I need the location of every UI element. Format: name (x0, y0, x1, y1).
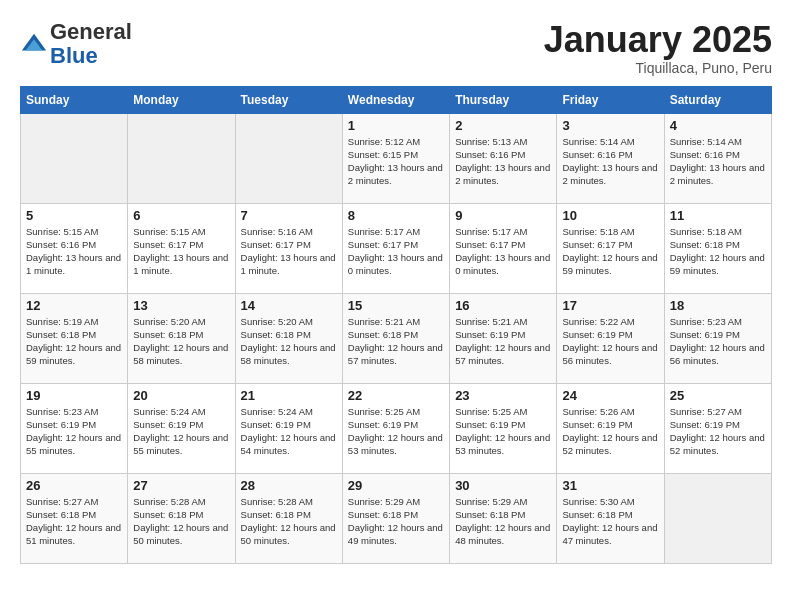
column-header-tuesday: Tuesday (235, 86, 342, 113)
calendar-week-row: 19Sunrise: 5:23 AMSunset: 6:19 PMDayligh… (21, 383, 772, 473)
calendar-cell: 5Sunrise: 5:15 AMSunset: 6:16 PMDaylight… (21, 203, 128, 293)
calendar-cell: 12Sunrise: 5:19 AMSunset: 6:18 PMDayligh… (21, 293, 128, 383)
calendar-cell: 27Sunrise: 5:28 AMSunset: 6:18 PMDayligh… (128, 473, 235, 563)
calendar-cell: 14Sunrise: 5:20 AMSunset: 6:18 PMDayligh… (235, 293, 342, 383)
logo: General Blue (20, 20, 132, 68)
calendar-week-row: 5Sunrise: 5:15 AMSunset: 6:16 PMDaylight… (21, 203, 772, 293)
calendar-cell: 25Sunrise: 5:27 AMSunset: 6:19 PMDayligh… (664, 383, 771, 473)
calendar-cell: 29Sunrise: 5:29 AMSunset: 6:18 PMDayligh… (342, 473, 449, 563)
day-info: Sunrise: 5:18 AMSunset: 6:18 PMDaylight:… (670, 225, 766, 278)
calendar-cell: 4Sunrise: 5:14 AMSunset: 6:16 PMDaylight… (664, 113, 771, 203)
column-header-thursday: Thursday (450, 86, 557, 113)
calendar-cell: 30Sunrise: 5:29 AMSunset: 6:18 PMDayligh… (450, 473, 557, 563)
calendar-cell: 24Sunrise: 5:26 AMSunset: 6:19 PMDayligh… (557, 383, 664, 473)
day-number: 3 (562, 118, 658, 133)
column-header-sunday: Sunday (21, 86, 128, 113)
logo-blue: Blue (50, 43, 98, 68)
calendar-cell: 16Sunrise: 5:21 AMSunset: 6:19 PMDayligh… (450, 293, 557, 383)
calendar-cell: 19Sunrise: 5:23 AMSunset: 6:19 PMDayligh… (21, 383, 128, 473)
day-info: Sunrise: 5:24 AMSunset: 6:19 PMDaylight:… (133, 405, 229, 458)
day-info: Sunrise: 5:23 AMSunset: 6:19 PMDaylight:… (26, 405, 122, 458)
day-info: Sunrise: 5:27 AMSunset: 6:18 PMDaylight:… (26, 495, 122, 548)
day-number: 13 (133, 298, 229, 313)
title-block: January 2025 Tiquillaca, Puno, Peru (544, 20, 772, 76)
day-info: Sunrise: 5:15 AMSunset: 6:16 PMDaylight:… (26, 225, 122, 278)
calendar-cell: 2Sunrise: 5:13 AMSunset: 6:16 PMDaylight… (450, 113, 557, 203)
calendar-cell: 3Sunrise: 5:14 AMSunset: 6:16 PMDaylight… (557, 113, 664, 203)
day-number: 25 (670, 388, 766, 403)
day-number: 27 (133, 478, 229, 493)
day-number: 4 (670, 118, 766, 133)
day-info: Sunrise: 5:18 AMSunset: 6:17 PMDaylight:… (562, 225, 658, 278)
day-info: Sunrise: 5:28 AMSunset: 6:18 PMDaylight:… (241, 495, 337, 548)
day-number: 21 (241, 388, 337, 403)
calendar-cell (128, 113, 235, 203)
calendar-cell: 1Sunrise: 5:12 AMSunset: 6:15 PMDaylight… (342, 113, 449, 203)
calendar-cell (235, 113, 342, 203)
day-info: Sunrise: 5:23 AMSunset: 6:19 PMDaylight:… (670, 315, 766, 368)
calendar-cell: 20Sunrise: 5:24 AMSunset: 6:19 PMDayligh… (128, 383, 235, 473)
day-number: 30 (455, 478, 551, 493)
day-info: Sunrise: 5:20 AMSunset: 6:18 PMDaylight:… (133, 315, 229, 368)
calendar-cell: 28Sunrise: 5:28 AMSunset: 6:18 PMDayligh… (235, 473, 342, 563)
day-number: 17 (562, 298, 658, 313)
calendar-cell: 17Sunrise: 5:22 AMSunset: 6:19 PMDayligh… (557, 293, 664, 383)
day-info: Sunrise: 5:27 AMSunset: 6:19 PMDaylight:… (670, 405, 766, 458)
logo-general: General (50, 19, 132, 44)
day-number: 19 (26, 388, 122, 403)
day-number: 2 (455, 118, 551, 133)
calendar-cell (21, 113, 128, 203)
calendar-cell: 31Sunrise: 5:30 AMSunset: 6:18 PMDayligh… (557, 473, 664, 563)
month-title: January 2025 (544, 20, 772, 60)
calendar-cell: 7Sunrise: 5:16 AMSunset: 6:17 PMDaylight… (235, 203, 342, 293)
calendar-cell: 10Sunrise: 5:18 AMSunset: 6:17 PMDayligh… (557, 203, 664, 293)
day-number: 23 (455, 388, 551, 403)
day-info: Sunrise: 5:19 AMSunset: 6:18 PMDaylight:… (26, 315, 122, 368)
calendar-cell: 8Sunrise: 5:17 AMSunset: 6:17 PMDaylight… (342, 203, 449, 293)
day-number: 8 (348, 208, 444, 223)
day-info: Sunrise: 5:17 AMSunset: 6:17 PMDaylight:… (455, 225, 551, 278)
day-info: Sunrise: 5:22 AMSunset: 6:19 PMDaylight:… (562, 315, 658, 368)
day-info: Sunrise: 5:14 AMSunset: 6:16 PMDaylight:… (670, 135, 766, 188)
day-info: Sunrise: 5:15 AMSunset: 6:17 PMDaylight:… (133, 225, 229, 278)
column-header-friday: Friday (557, 86, 664, 113)
calendar-week-row: 26Sunrise: 5:27 AMSunset: 6:18 PMDayligh… (21, 473, 772, 563)
day-info: Sunrise: 5:28 AMSunset: 6:18 PMDaylight:… (133, 495, 229, 548)
day-number: 7 (241, 208, 337, 223)
page-header: General Blue January 2025 Tiquillaca, Pu… (20, 20, 772, 76)
calendar-cell: 15Sunrise: 5:21 AMSunset: 6:18 PMDayligh… (342, 293, 449, 383)
calendar-cell: 23Sunrise: 5:25 AMSunset: 6:19 PMDayligh… (450, 383, 557, 473)
day-number: 10 (562, 208, 658, 223)
calendar-cell: 22Sunrise: 5:25 AMSunset: 6:19 PMDayligh… (342, 383, 449, 473)
calendar-cell: 11Sunrise: 5:18 AMSunset: 6:18 PMDayligh… (664, 203, 771, 293)
calendar-cell: 21Sunrise: 5:24 AMSunset: 6:19 PMDayligh… (235, 383, 342, 473)
calendar-cell: 13Sunrise: 5:20 AMSunset: 6:18 PMDayligh… (128, 293, 235, 383)
day-number: 22 (348, 388, 444, 403)
calendar-cell (664, 473, 771, 563)
day-info: Sunrise: 5:17 AMSunset: 6:17 PMDaylight:… (348, 225, 444, 278)
calendar-cell: 9Sunrise: 5:17 AMSunset: 6:17 PMDaylight… (450, 203, 557, 293)
day-number: 1 (348, 118, 444, 133)
column-header-monday: Monday (128, 86, 235, 113)
day-info: Sunrise: 5:24 AMSunset: 6:19 PMDaylight:… (241, 405, 337, 458)
calendar-week-row: 12Sunrise: 5:19 AMSunset: 6:18 PMDayligh… (21, 293, 772, 383)
day-info: Sunrise: 5:12 AMSunset: 6:15 PMDaylight:… (348, 135, 444, 188)
day-number: 12 (26, 298, 122, 313)
day-info: Sunrise: 5:13 AMSunset: 6:16 PMDaylight:… (455, 135, 551, 188)
day-info: Sunrise: 5:29 AMSunset: 6:18 PMDaylight:… (455, 495, 551, 548)
day-info: Sunrise: 5:30 AMSunset: 6:18 PMDaylight:… (562, 495, 658, 548)
day-number: 11 (670, 208, 766, 223)
day-number: 6 (133, 208, 229, 223)
day-number: 28 (241, 478, 337, 493)
day-info: Sunrise: 5:20 AMSunset: 6:18 PMDaylight:… (241, 315, 337, 368)
day-info: Sunrise: 5:25 AMSunset: 6:19 PMDaylight:… (348, 405, 444, 458)
calendar-header-row: SundayMondayTuesdayWednesdayThursdayFrid… (21, 86, 772, 113)
day-info: Sunrise: 5:21 AMSunset: 6:19 PMDaylight:… (455, 315, 551, 368)
day-info: Sunrise: 5:21 AMSunset: 6:18 PMDaylight:… (348, 315, 444, 368)
logo-text: General Blue (50, 20, 132, 68)
column-header-saturday: Saturday (664, 86, 771, 113)
day-number: 24 (562, 388, 658, 403)
calendar-table: SundayMondayTuesdayWednesdayThursdayFrid… (20, 86, 772, 564)
day-number: 31 (562, 478, 658, 493)
day-info: Sunrise: 5:16 AMSunset: 6:17 PMDaylight:… (241, 225, 337, 278)
